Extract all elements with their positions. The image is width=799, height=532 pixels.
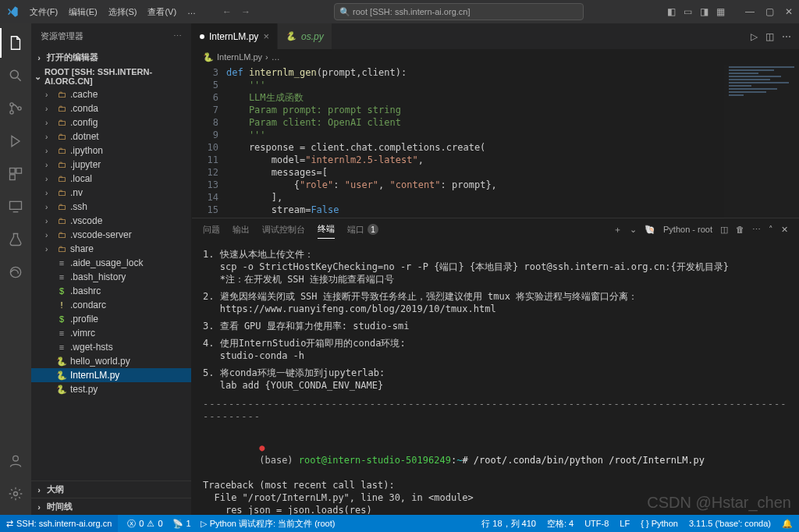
tree-file[interactable]: ≡.bash_history [31, 270, 191, 284]
status-spaces[interactable]: 空格: 4 [547, 518, 574, 530]
tree-file[interactable]: ≡.aide_usage_lock [31, 256, 191, 270]
breadcrumb-more[interactable]: … [272, 52, 280, 62]
window-maximize-icon[interactable]: ▢ [765, 6, 774, 17]
code-body[interactable]: def internlm_gen(prompt,client): ''' LLM… [226, 65, 799, 218]
tree-folder[interactable]: ›🗀.ipython [31, 144, 191, 158]
outline-section[interactable]: › 大纲 [31, 481, 191, 498]
tree-file[interactable]: 🐍hello_world.py [31, 354, 191, 368]
panel-tab-output[interactable]: 输出 [233, 221, 250, 239]
code-editor[interactable]: 35678910111213141516 def internlm_gen(pr… [192, 65, 799, 218]
activity-explorer[interactable] [0, 28, 31, 58]
panel-maximize-icon[interactable]: ˄ [769, 225, 773, 235]
tree-file[interactable]: ≡.vimrc [31, 326, 191, 340]
explorer-sidebar: 资源管理器 ⋯ › 打开的编辑器 ⌄ ROOT [SSH: SSH.INTERN… [31, 23, 192, 515]
tree-file[interactable]: 🐍test.py [31, 382, 191, 396]
tree-folder[interactable]: ›🗀.vscode-server [31, 228, 191, 242]
activity-accounts[interactable] [0, 446, 31, 476]
timeline-section[interactable]: › 时间线 [31, 498, 191, 515]
tree-folder[interactable]: ›🗀.dotnet [31, 129, 191, 144]
folder-root-label: ROOT [SSH: SSH.INTERN-AI.ORG.CN] [44, 67, 186, 86]
tree-folder[interactable]: ›🗀.conda [31, 101, 191, 115]
status-interpreter[interactable]: 3.11.5 ('base': conda) [689, 518, 771, 530]
activity-testing[interactable] [0, 225, 31, 254]
minimap[interactable] [724, 65, 799, 218]
tab-close-icon[interactable]: × [263, 30, 269, 42]
window-minimize-icon[interactable]: ― [745, 6, 755, 17]
tree-file[interactable]: $.profile [31, 312, 191, 326]
folder-icon: 🗀 [56, 104, 67, 113]
terminal-profile-label[interactable]: Python - root [663, 225, 712, 234]
chevron-right-icon: › [45, 133, 53, 141]
debug-icon: ▷ [201, 519, 207, 529]
status-remote[interactable]: ⇄ SSH: ssh.intern-ai.org.cn [0, 515, 118, 532]
activity-remote-explorer[interactable] [0, 192, 31, 222]
nav-forward-icon[interactable]: → [241, 6, 250, 17]
tab-internlm[interactable]: InternLM.py × [192, 23, 278, 49]
tree-file[interactable]: ≡.wget-hsts [31, 340, 191, 354]
editor-breadcrumb[interactable]: 🐍 InternLM.py › … [192, 49, 799, 65]
tab-os[interactable]: 🐍 os.py [278, 23, 332, 49]
tree-folder[interactable]: ›🗀.local [31, 172, 191, 186]
shell-file-icon: $ [56, 314, 67, 324]
panel-close-icon[interactable]: ✕ [781, 225, 788, 235]
activity-run-debug[interactable] [0, 126, 31, 156]
tree-folder[interactable]: ›🗀.config [31, 115, 191, 129]
status-cursor[interactable]: 行 18，列 410 [481, 518, 536, 530]
window-close-icon[interactable]: ✕ [785, 6, 793, 17]
status-language[interactable]: { } Python [641, 518, 678, 530]
menu-file[interactable]: 文件(F) [25, 5, 62, 20]
tree-file[interactable]: $.bashrc [31, 284, 191, 298]
panel-more-icon[interactable]: ⋯ [752, 225, 761, 235]
tree-folder[interactable]: ›🗀.ssh [31, 200, 191, 214]
file-tree[interactable]: ›🗀.cache›🗀.conda›🗀.config›🗀.dotnet›🗀.ipy… [31, 87, 191, 481]
panel-tab-ports[interactable]: 端口1 [347, 221, 378, 239]
tree-file[interactable]: !.condarc [31, 298, 191, 312]
activity-extensions[interactable] [0, 159, 31, 189]
menu-edit[interactable]: 编辑(E) [64, 5, 102, 20]
folder-root[interactable]: ⌄ ROOT [SSH: SSH.INTERN-AI.ORG.CN] [31, 66, 191, 87]
layout-customize-icon[interactable]: ▦ [716, 6, 725, 17]
nav-back-icon[interactable]: ← [222, 6, 232, 17]
status-eol[interactable]: LF [620, 518, 630, 530]
svg-rect-6 [16, 168, 22, 174]
activity-edge[interactable] [0, 257, 31, 287]
tree-folder[interactable]: ›🗀.cache [31, 87, 191, 101]
tab-actions-more-icon[interactable]: ⋯ [782, 31, 791, 42]
terminal-dropdown-icon[interactable]: ⌄ [630, 225, 637, 235]
menu-more[interactable]: … [183, 5, 201, 20]
terminal[interactable]: 1. 快速从本地上传文件： scp -o StrictHostKeyChecki… [192, 240, 799, 515]
split-editor-icon[interactable]: ◫ [765, 31, 774, 42]
status-encoding[interactable]: UTF-8 [584, 518, 609, 530]
menu-view[interactable]: 查看(V) [143, 5, 181, 20]
status-notifications-icon[interactable]: 🔔 [782, 518, 793, 530]
panel-tab-debug[interactable]: 调试控制台 [262, 221, 305, 239]
bottom-panel: 问题 输出 调试控制台 终端 端口1 ＋⌄ 🐚 Python - root ◫ … [192, 218, 799, 515]
tree-file[interactable]: 🐍InternLM.py [31, 368, 191, 382]
menu-select[interactable]: 选择(S) [104, 5, 142, 20]
breadcrumb-file[interactable]: InternLM.py [217, 52, 262, 62]
status-debug[interactable]: ▷Python 调试程序: 当前文件 (root) [201, 518, 336, 530]
layout-panel-left-icon[interactable]: ◧ [667, 6, 676, 17]
status-ports[interactable]: 📡1 [172, 519, 191, 529]
explorer-more-icon[interactable]: ⋯ [173, 31, 182, 41]
titlebar: 文件(F) 编辑(E) 选择(S) 查看(V) … ← → 🔍 root [SS… [0, 0, 799, 23]
kill-terminal-icon[interactable]: 🗑 [736, 225, 744, 234]
open-editors-section[interactable]: › 打开的编辑器 [31, 49, 191, 66]
split-terminal-icon[interactable]: ◫ [720, 225, 728, 235]
status-problems[interactable]: ⓧ0 ⚠0 [127, 518, 162, 530]
layout-panel-right-icon[interactable]: ◨ [700, 6, 708, 17]
activity-source-control[interactable] [0, 94, 31, 123]
tree-folder[interactable]: ›🗀.nv [31, 186, 191, 200]
activity-search[interactable] [0, 61, 31, 90]
tree-folder[interactable]: ›🗀.jupyter [31, 158, 191, 172]
panel-tab-terminal[interactable]: 终端 [318, 220, 335, 239]
tree-folder[interactable]: ›🗀.vscode [31, 214, 191, 228]
run-file-icon[interactable]: ▷ [751, 31, 758, 42]
activity-settings[interactable] [0, 479, 31, 509]
new-terminal-icon[interactable]: ＋ [613, 224, 622, 236]
tree-folder[interactable]: ›🗀share [31, 242, 191, 256]
layout-panel-bottom-icon[interactable]: ▭ [684, 6, 692, 17]
panel-tab-problems[interactable]: 问题 [203, 221, 220, 239]
command-center[interactable]: 🔍 root [SSH: ssh.intern-ai.org.cn] [334, 3, 584, 20]
tree-item-label: .vscode-server [70, 229, 132, 240]
